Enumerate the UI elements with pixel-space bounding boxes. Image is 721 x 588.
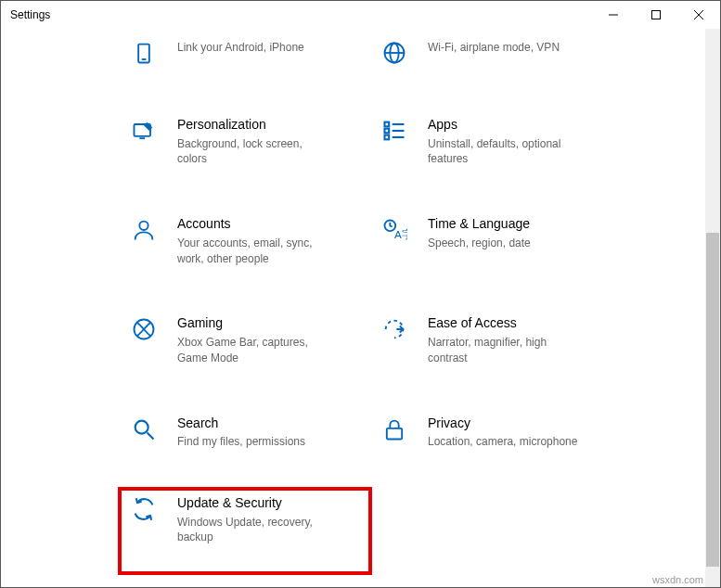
svg-point-21 [135,420,148,433]
tile-desc: Speech, region, date [428,236,531,251]
tile-title: Ease of Access [428,314,586,333]
tile-title: Search [177,415,305,433]
tile-desc: Windows Update, recovery, backup [177,515,335,546]
tile-privacy[interactable]: Privacy Location, camera, microphone [370,409,621,455]
apps-list-icon [380,116,409,146]
paint-icon [129,116,159,146]
minimize-button[interactable] [592,1,635,29]
watermark: wsxdn.com [652,574,703,585]
svg-rect-11 [385,122,390,127]
tile-desc: Xbox Game Bar, captures, Game Mode [177,335,335,366]
svg-rect-13 [385,135,390,140]
svg-point-17 [139,222,148,230]
svg-rect-23 [387,428,402,439]
search-icon [129,415,159,444]
window-title: Settings [10,8,50,21]
tile-phone[interactable]: Link your Android, iPhone [120,32,370,73]
tile-time-language[interactable]: A字 Time & Language Speech, region, date [370,210,621,272]
tile-title: Apps [428,116,586,134]
tile-title: Personalization [177,116,335,134]
person-icon [129,215,159,245]
tile-personalization[interactable]: Personalization Background, lock screen,… [120,110,370,173]
tile-desc: Uninstall, defaults, optional features [428,136,586,168]
tile-accounts[interactable]: Accounts Your accounts, email, sync, wor… [120,210,370,272]
tile-desc: Wi-Fi, airplane mode, VPN [428,40,560,56]
tile-title: Privacy [428,415,577,433]
tile-desc: Background, lock screen, colors [177,136,335,168]
close-button[interactable] [677,1,720,29]
tile-desc: Your accounts, email, sync, work, other … [177,236,335,267]
tile-search[interactable]: Search Find my files, permissions [120,409,370,455]
svg-rect-1 [652,11,661,19]
time-language-icon: A字 [380,215,409,245]
svg-text:A字: A字 [394,229,407,241]
tile-network[interactable]: Wi-Fi, airplane mode, VPN [370,32,621,73]
tile-ease-of-access[interactable]: Ease of Access Narrator, magnifier, high… [370,309,621,371]
globe-icon [380,38,409,68]
xbox-icon [129,314,159,344]
svg-line-22 [148,432,154,439]
tile-desc: Link your Android, iPhone [177,40,304,56]
tile-desc: Narrator, magnifier, high contrast [428,335,586,366]
tile-update-security[interactable]: Update & Security Windows Update, recove… [120,489,370,573]
sync-icon [129,494,159,524]
tile-title: Gaming [177,314,335,333]
phone-icon [129,38,159,68]
maximize-button[interactable] [635,1,677,29]
lock-icon [380,415,409,444]
tile-desc: Find my files, permissions [177,434,305,450]
scrollbar-thumb[interactable] [706,233,719,567]
ease-of-access-icon [380,314,409,344]
tile-gaming[interactable]: Gaming Xbox Game Bar, captures, Game Mod… [120,309,370,371]
tile-desc: Location, camera, microphone [428,434,577,450]
tile-title: Time & Language [428,215,531,234]
titlebar: Settings [1,1,720,29]
svg-rect-12 [385,129,390,134]
scrollbar[interactable] [705,29,720,587]
tile-apps[interactable]: Apps Uninstall, defaults, optional featu… [370,110,621,173]
tile-title: Update & Security [177,494,335,513]
settings-content: Link your Android, iPhone Wi-Fi, airplan… [1,29,705,587]
tile-title: Accounts [177,215,335,234]
